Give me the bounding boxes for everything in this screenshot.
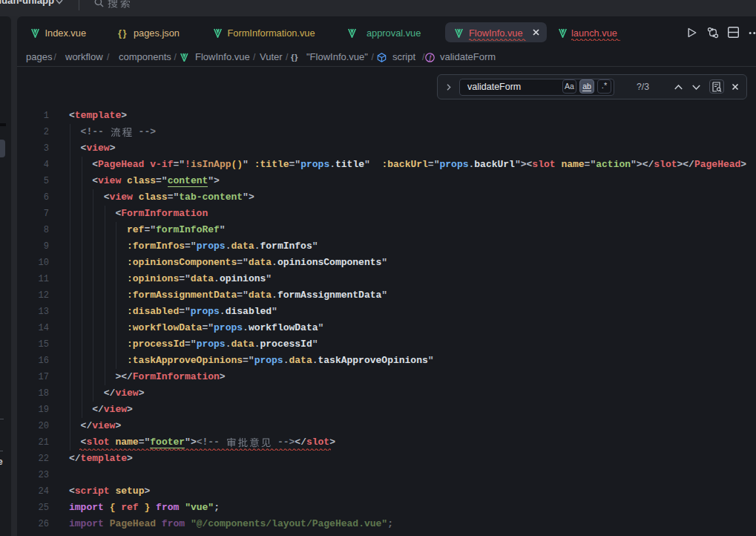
svg-text:f: f — [430, 53, 433, 62]
